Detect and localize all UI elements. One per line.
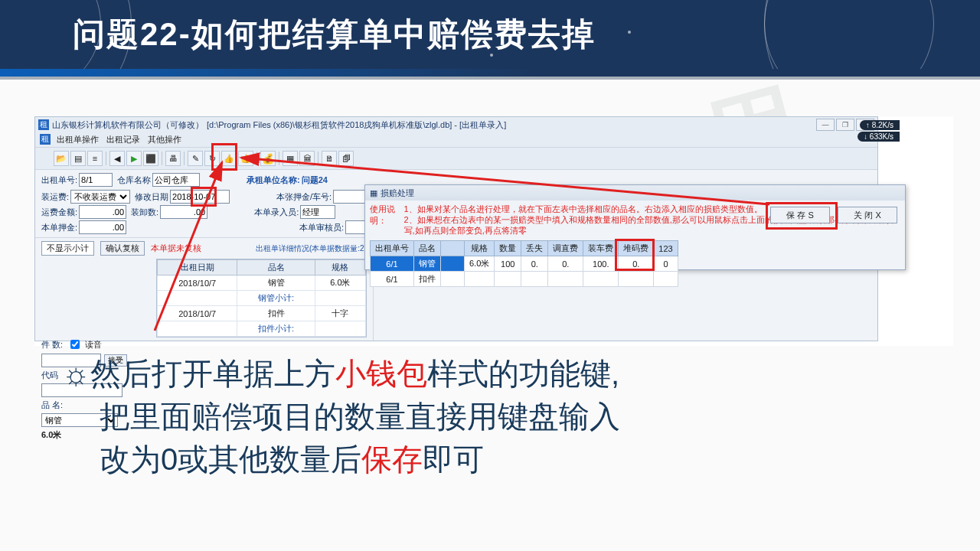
table-row: 扣件小计: (158, 321, 366, 337)
th-spec: 规格 (315, 260, 365, 276)
g-th-5: 调直费 (548, 241, 583, 256)
renter-value: 问题24 (302, 174, 328, 186)
deposit-label: 本单押金: (41, 222, 77, 233)
compensation-dialog: ▦ 损赔处理 使用说明： 1、如果对某个品名进行处理，就在下面左表中选择相应的品… (364, 184, 906, 270)
tb-bank-icon[interactable]: 🏛 (299, 151, 315, 166)
g-th-6: 装车费 (583, 241, 619, 256)
slide-title: 问题22-如何把结算单中赔偿费去掉 (73, 13, 596, 56)
tb-stop-icon[interactable]: ⬛ (143, 151, 158, 166)
read-checkbox[interactable] (70, 340, 80, 349)
entry-label: 本单录入员: (254, 207, 299, 218)
renter-label: 承租单位名称: (247, 174, 300, 186)
table-row[interactable]: 2018/10/7扣件十字 (158, 306, 366, 321)
title-company: 山东银杉计算机软件有限公司（可修改） (52, 119, 204, 131)
minimize-button[interactable]: — (816, 119, 835, 131)
name-label: 品 名: (41, 399, 63, 411)
deposit-input[interactable] (79, 220, 126, 234)
warehouse-label: 仓库名称 (117, 174, 151, 186)
read-label: 读音 (85, 339, 102, 350)
rent-no-label: 出租单号: (41, 174, 77, 186)
toolbar: 📂 ▤ ≡ ◀ ▶ ⬛ 🖶 ✎ ↻ 👍 👍 💰 ▦ 🏛 🗎 🗐 (35, 148, 877, 170)
caption: ☼然后打开单据上方小钱包样式的功能键, 把里面赔偿项目的数量直接用键盘输入 改为… (61, 352, 926, 481)
close-button[interactable]: 关 闭 X (838, 207, 897, 223)
tb-grid-icon[interactable]: ▦ (283, 151, 298, 166)
sun-icon: ☼ (61, 352, 90, 395)
menu-rent-log[interactable]: 出租记录 (106, 134, 140, 145)
detail-link[interactable]: 出租单详细情况(本单据数据量:2) (256, 243, 367, 254)
left-column: 不显示小计 确认复核 本单据未复核 出租单详细情况(本单据数据量:2) 件 数:… (35, 238, 374, 341)
money-bag-icon: 💰 (262, 153, 274, 165)
g-th-7: 堆码费 (619, 241, 654, 256)
tb-thumb-icon[interactable]: 👍 (221, 151, 237, 166)
th-name: 品名 (237, 260, 315, 276)
speed-overlay: ↑ 8.2K/s ↓ 633K/s (858, 120, 900, 142)
table-row[interactable]: 2018/10/7钢管6.0米 (158, 276, 366, 291)
titlebar: 租 山东银杉计算机软件有限公司（可修改） [d:\Program Files (… (35, 117, 877, 132)
loadnum-label: 装卸数: (131, 207, 158, 218)
gradient-bar (0, 69, 980, 77)
under-bar (0, 77, 980, 80)
help-label: 使用说明： (370, 204, 404, 236)
tb-prev-icon[interactable]: ◀ (109, 151, 125, 166)
ship-label: 装运费: (41, 191, 69, 203)
speed-up: ↑ 8.2K/s (860, 120, 900, 130)
tb-list-icon[interactable]: ≡ (87, 151, 103, 166)
warehouse-input[interactable] (152, 173, 200, 187)
table-row: 钢管小计: (158, 291, 366, 306)
title-path: [d:\Program Files (x86)\银杉租赁软件2018戌狗单机标准… (207, 119, 506, 131)
tb-pencil-icon[interactable]: ✎ (188, 151, 203, 166)
grid-row[interactable]: 6/1扣件 (371, 272, 678, 287)
g-th-3: 数量 (495, 241, 521, 256)
screenshot-area: 租 山东银杉计算机软件有限公司（可修改） [d:\Program Files (… (34, 116, 953, 346)
g-th-1: 品名 (414, 241, 441, 256)
menubar: 租 出租单操作 出租记录 其他操作 (35, 132, 877, 148)
g-th-2: 规格 (465, 241, 495, 256)
save-button[interactable]: 保 存 S (770, 207, 830, 223)
code-label: 代码 (41, 370, 58, 381)
count-label: 件 数: (41, 339, 63, 350)
tb-print-icon[interactable]: 🖶 (165, 151, 181, 166)
moddate-input[interactable] (170, 190, 230, 204)
ship-select[interactable]: 不收装运费 (70, 190, 130, 204)
tb-doc1-icon[interactable]: 🗎 (322, 151, 337, 166)
menu-rent-ops[interactable]: 出租单操作 (57, 134, 99, 145)
spec-value: 6.0米 (41, 429, 61, 441)
review-label: 本单审核员: (299, 222, 344, 233)
app-icon: 租 (38, 119, 49, 130)
tab-nosubtotal[interactable]: 不显示小计 (41, 241, 94, 256)
g-th-4: 丢失 (521, 241, 548, 256)
grid-row-selected[interactable]: 6/1钢管 6.0米1000.0.100.0.0 (371, 256, 678, 272)
g-th-8: 123 (654, 241, 678, 256)
app-window: 租 山东银杉计算机软件有限公司（可修改） [d:\Program Files (… (34, 116, 878, 341)
tb-refresh-icon[interactable]: ↻ (204, 151, 220, 166)
maximize-button[interactable]: ❐ (836, 119, 854, 131)
rent-no-input[interactable] (79, 173, 113, 187)
dialog-icon: ▦ (370, 188, 377, 198)
entry-input[interactable] (300, 205, 335, 219)
th-date: 出租日期 (158, 260, 237, 276)
vehicle-label: 本张押金/车号: (276, 191, 332, 203)
dialog-titlebar: ▦ 损赔处理 (365, 185, 905, 201)
tab-confirm[interactable]: 确认复核 (100, 241, 145, 256)
tb-play-icon[interactable]: ▶ (126, 151, 142, 166)
review-status: 本单据未复核 (151, 243, 201, 254)
dialog-title: 损赔处理 (381, 187, 414, 199)
tb-thumb2-icon[interactable]: 👍 (238, 151, 253, 166)
money-bag-button[interactable]: 💰 (260, 151, 276, 166)
ship-amount-input[interactable] (79, 205, 126, 219)
left-table: 出租日期 品名 规格 2018/10/7钢管6.0米 钢管小计: 2018/10… (156, 259, 367, 337)
speed-down: ↓ 633K/s (858, 132, 900, 142)
tb-cube-icon[interactable]: ▤ (70, 151, 86, 166)
loadnum-input[interactable] (160, 205, 207, 219)
tb-doc2-icon[interactable]: 🗐 (338, 151, 354, 166)
compensation-grid: 出租单号 品名 规格 数量 丢失 调直费 装车费 堆码费 123 (370, 240, 900, 287)
menu-other[interactable]: 其他操作 (148, 134, 181, 145)
moddate-label: 修改日期 (135, 191, 168, 203)
tb-folder-icon[interactable]: 📂 (54, 151, 69, 166)
ship-amount-label: 运费金额: (41, 207, 77, 218)
slide-header: 问题22-如何把结算单中赔偿费去掉 (0, 0, 980, 69)
g-th-0: 出租单号 (371, 241, 414, 256)
doc-icon: 租 (40, 134, 51, 145)
